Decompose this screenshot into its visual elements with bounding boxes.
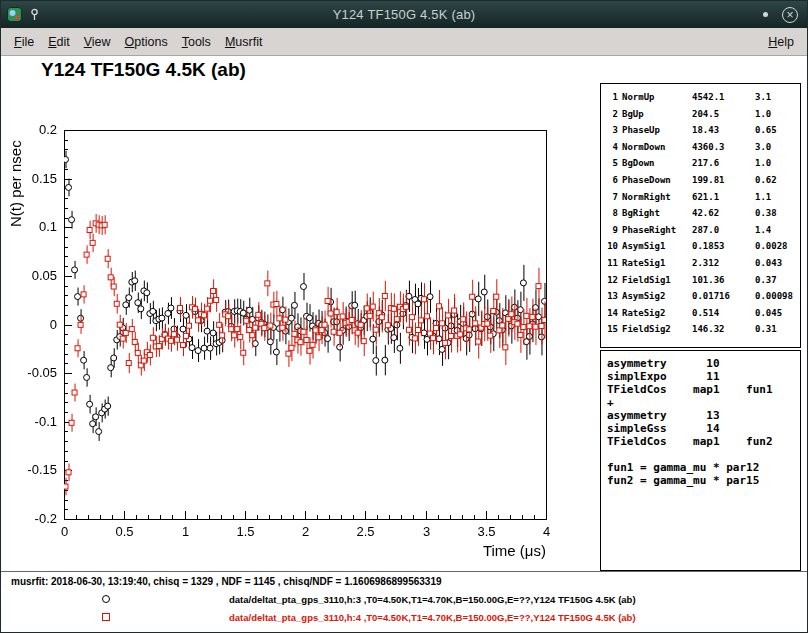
- plot-legend: data/deltat_pta_gps_3110,h:3 ,T0=4.50K,T…: [1, 590, 601, 626]
- param-error: 0.31: [755, 321, 796, 338]
- theory-line: TFieldCos map1 fun2: [607, 435, 794, 448]
- param-index: 1: [605, 89, 622, 106]
- param-name: NormRight: [622, 189, 692, 206]
- pin-icon[interactable]: [29, 8, 40, 21]
- theory-line: asymmetry 10: [607, 357, 794, 370]
- param-name: BgRight: [622, 205, 692, 222]
- window-title: Y124 TF150G 4.5K (ab): [1, 7, 807, 22]
- fit-parameters-box: 1 NormUp 4542.1 3.1 2 BgUp 204.5 1.0 3 P…: [600, 83, 801, 348]
- param-index: 3: [605, 122, 622, 139]
- separator-line: [1, 571, 807, 572]
- legend-label: data/deltat_pta_gps_3110,h:3 ,T0=4.50K,T…: [229, 594, 636, 605]
- menu-item-file[interactable]: File: [7, 31, 41, 53]
- param-value: 287.0: [692, 222, 755, 239]
- theory-line: [607, 448, 794, 461]
- theory-line: +: [607, 396, 794, 409]
- param-index: 2: [605, 106, 622, 123]
- param-name: PhaseUp: [622, 122, 692, 139]
- param-value: 18.43: [692, 122, 755, 139]
- param-error: 0.62: [755, 172, 796, 189]
- param-name: FieldSig2: [622, 321, 692, 338]
- param-error: 0.043: [755, 255, 796, 272]
- param-error: 0.00098: [755, 288, 796, 305]
- musrview-window: Y124 TF150G 4.5K (ab) × File Edit View O…: [0, 0, 808, 633]
- param-name: NormDown: [622, 139, 692, 156]
- param-row: 12 FieldSig1 101.36 0.37: [605, 272, 796, 289]
- param-error: 1.4: [755, 222, 796, 239]
- param-index: 9: [605, 222, 622, 239]
- param-row: 14 RateSig2 0.514 0.045: [605, 305, 796, 322]
- param-row: 3 PhaseUp 18.43 0.65: [605, 122, 796, 139]
- param-index: 4: [605, 139, 622, 156]
- param-value: 4360.3: [692, 139, 755, 156]
- param-value: 204.5: [692, 106, 755, 123]
- param-value: 2.312: [692, 255, 755, 272]
- theory-line: simplExpo 11: [607, 370, 794, 383]
- param-error: 3.1: [755, 89, 796, 106]
- param-value: 199.81: [692, 172, 755, 189]
- param-row: 11 RateSig1 2.312 0.043: [605, 255, 796, 272]
- param-error: 1.0: [755, 155, 796, 172]
- param-name: BgUp: [622, 106, 692, 123]
- param-index: 10: [605, 238, 622, 255]
- param-row: 1 NormUp 4542.1 3.1: [605, 89, 796, 106]
- param-name: AsymSig1: [622, 238, 692, 255]
- param-value: 4542.1: [692, 89, 755, 106]
- menu-item-view[interactable]: View: [77, 31, 118, 53]
- param-value: 0.01716: [692, 288, 755, 305]
- param-name: AsymSig2: [622, 288, 692, 305]
- param-error: 0.38: [755, 205, 796, 222]
- param-index: 5: [605, 155, 622, 172]
- open-square-marker-icon: [102, 613, 110, 621]
- legend-label: data/deltat_pta_gps_3110,h:4 ,T0=4.50K,T…: [229, 612, 636, 623]
- param-index: 6: [605, 172, 622, 189]
- param-name: PhaseDown: [622, 172, 692, 189]
- theory-line: fun2 = gamma_mu * par15: [607, 474, 794, 487]
- param-error: 0.0028: [755, 238, 796, 255]
- param-row: 13 AsymSig2 0.01716 0.00098: [605, 288, 796, 305]
- param-index: 8: [605, 205, 622, 222]
- param-row: 5 BgDown 217.6 1.0: [605, 155, 796, 172]
- menu-item-options[interactable]: Options: [118, 31, 175, 53]
- musr-plot-canvas[interactable]: [1, 97, 601, 567]
- menubar: File Edit View Options Tools Musrfit Hel…: [1, 28, 807, 56]
- param-value: 101.36: [692, 272, 755, 289]
- param-value: 0.514: [692, 305, 755, 322]
- param-name: BgDown: [622, 155, 692, 172]
- param-name: NormUp: [622, 89, 692, 106]
- plot-title: Y124 TF150G 4.5K (ab): [41, 59, 246, 81]
- param-index: 15: [605, 321, 622, 338]
- param-row: 4 NormDown 4360.3 3.0: [605, 139, 796, 156]
- menu-item-musrfit[interactable]: Musrfit: [218, 31, 270, 53]
- param-error: 0.045: [755, 305, 796, 322]
- menu-item-help[interactable]: Help: [761, 31, 801, 53]
- param-name: RateSig1: [622, 255, 692, 272]
- param-name: PhaseRight: [622, 222, 692, 239]
- menu-item-tools[interactable]: Tools: [175, 31, 218, 53]
- param-value: 146.32: [692, 321, 755, 338]
- param-error: 0.37: [755, 272, 796, 289]
- param-row: 7 NormRight 621.1 1.1: [605, 189, 796, 206]
- theory-line: asymmetry 13: [607, 409, 794, 422]
- menu-item-edit[interactable]: Edit: [41, 31, 77, 53]
- close-button[interactable]: ×: [782, 7, 798, 23]
- param-value: 42.62: [692, 205, 755, 222]
- app-icon[interactable]: [7, 7, 22, 22]
- legend-row: data/deltat_pta_gps_3110,h:3 ,T0=4.50K,T…: [1, 590, 601, 608]
- param-value: 0.1853: [692, 238, 755, 255]
- param-name: FieldSig1: [622, 272, 692, 289]
- titlebar: Y124 TF150G 4.5K (ab) ×: [1, 1, 807, 28]
- param-value: 621.1: [692, 189, 755, 206]
- minimize-button[interactable]: [763, 12, 768, 17]
- param-index: 13: [605, 288, 622, 305]
- param-row: 10 AsymSig1 0.1853 0.0028: [605, 238, 796, 255]
- legend-row: data/deltat_pta_gps_3110,h:4 ,T0=4.50K,T…: [1, 608, 601, 626]
- param-row: 9 PhaseRight 287.0 1.4: [605, 222, 796, 239]
- param-error: 3.0: [755, 139, 796, 156]
- param-error: 1.0: [755, 106, 796, 123]
- param-index: 11: [605, 255, 622, 272]
- theory-line: TFieldCos map1 fun1: [607, 383, 794, 396]
- param-row: 8 BgRight 42.62 0.38: [605, 205, 796, 222]
- theory-line: fun1 = gamma_mu * par12: [607, 461, 794, 474]
- param-row: 15 FieldSig2 146.32 0.31: [605, 321, 796, 338]
